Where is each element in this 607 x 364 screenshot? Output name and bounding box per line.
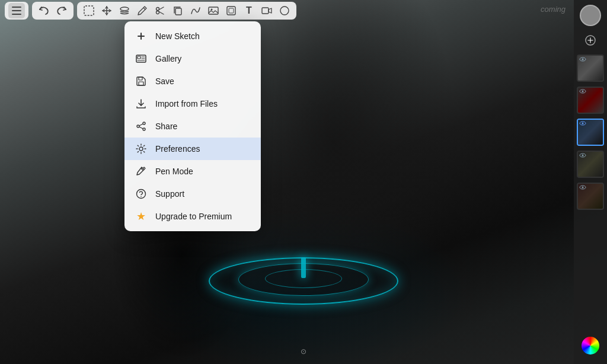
svg-point-35: [582, 59, 584, 60]
menu-item-save[interactable]: Save: [124, 70, 261, 92]
menu-item-preferences[interactable]: Preferences: [124, 138, 261, 160]
menu-item-preferences-label: Preferences: [155, 144, 200, 154]
svg-line-27: [139, 127, 143, 129]
svg-point-4: [120, 7, 129, 11]
svg-rect-7: [175, 8, 181, 15]
svg-point-25: [143, 128, 145, 130]
share-icon: [135, 120, 147, 132]
menu-item-new-sketch[interactable]: New Sketch: [124, 25, 261, 47]
menu-item-new-sketch-label: New Sketch: [155, 31, 200, 41]
text-tool-icon: T: [246, 5, 252, 16]
preferences-icon: [135, 143, 147, 155]
color-wheel[interactable]: [582, 337, 599, 355]
frame-tool-button[interactable]: [223, 3, 239, 18]
svg-line-26: [139, 124, 143, 126]
menu-item-import[interactable]: Import from Files: [124, 92, 261, 115]
video-tool-button[interactable]: [258, 3, 275, 18]
figure-silhouette: [301, 257, 306, 278]
svg-point-28: [139, 147, 143, 151]
import-icon: [135, 98, 147, 110]
menu-item-upgrade-label: Upgrade to Premium: [155, 212, 232, 221]
svg-point-37: [582, 91, 584, 92]
layer-eye-5: [579, 185, 586, 190]
layer-thumbnail-5[interactable]: [577, 183, 604, 210]
svg-rect-3: [84, 6, 94, 15]
menu-item-share-label: Share: [155, 122, 177, 131]
layer-thumbnail-4[interactable]: [577, 151, 604, 178]
svg-rect-17: [138, 56, 140, 59]
svg-point-9: [211, 9, 213, 11]
toolbar-section-history: [32, 2, 74, 20]
svg-rect-0: [12, 7, 21, 8]
hamburger-menu-button[interactable]: [8, 3, 25, 18]
svg-point-41: [582, 155, 584, 157]
svg-rect-10: [227, 7, 235, 15]
svg-rect-8: [209, 7, 218, 14]
copy-tool-button[interactable]: [170, 3, 186, 18]
menu-item-pen-mode[interactable]: Pen Mode: [124, 160, 261, 183]
star-icon: ★: [135, 210, 147, 222]
toolbar-section-menu: [5, 2, 28, 20]
image-tool-button[interactable]: [205, 3, 222, 18]
top-toolbar: T: [0, 0, 607, 21]
new-sketch-icon: [135, 30, 147, 42]
pencil-tool-button[interactable]: [134, 3, 151, 18]
canvas-background: [0, 0, 607, 364]
layer-thumbnail-2[interactable]: [577, 87, 604, 114]
svg-point-39: [582, 123, 584, 124]
menu-item-save-label: Save: [155, 76, 174, 86]
layer-eye-3: [579, 121, 586, 126]
svg-point-43: [582, 187, 584, 189]
support-icon: [135, 188, 147, 200]
svg-point-23: [143, 122, 145, 124]
svg-point-13: [280, 7, 289, 15]
svg-rect-21: [139, 82, 143, 85]
save-icon: [135, 75, 147, 87]
svg-rect-11: [229, 8, 234, 13]
select-tool-button[interactable]: [81, 3, 97, 18]
layer-thumbnail-1[interactable]: [577, 55, 604, 82]
menu-item-upgrade[interactable]: ★ Upgrade to Premium: [124, 205, 261, 228]
menu-item-share[interactable]: Share: [124, 115, 261, 138]
scissors-tool-button[interactable]: [152, 3, 168, 18]
layer-eye-1: [579, 57, 586, 62]
toolbar-section-tools: T: [77, 2, 296, 20]
menu-item-gallery[interactable]: Gallery: [124, 47, 261, 70]
layer-eye-4: [579, 153, 586, 158]
menu-item-pen-mode-label: Pen Mode: [155, 167, 193, 176]
dropdown-menu: New Sketch Gallery Save: [124, 21, 261, 231]
gallery-icon: [135, 53, 147, 65]
bottom-indicator: ⊙: [301, 347, 306, 356]
curve-tool-button[interactable]: [187, 3, 204, 18]
layer-tool-button[interactable]: [116, 3, 133, 18]
menu-item-support[interactable]: Support: [124, 183, 261, 205]
svg-rect-1: [12, 10, 21, 11]
undo-button[interactable]: [36, 3, 52, 18]
pen-mode-icon: [135, 165, 147, 177]
color-picker-circle[interactable]: [580, 5, 601, 26]
menu-item-gallery-label: Gallery: [155, 54, 181, 63]
move-tool-button[interactable]: [98, 3, 115, 18]
redo-button[interactable]: [53, 3, 70, 18]
shape-tool-button[interactable]: [276, 3, 293, 18]
menu-item-import-label: Import from Files: [155, 99, 218, 108]
text-tool-button[interactable]: T: [241, 3, 257, 18]
svg-rect-2: [12, 14, 21, 15]
svg-rect-22: [139, 77, 142, 80]
layer-eye-2: [579, 89, 586, 94]
menu-item-support-label: Support: [155, 189, 184, 199]
layer-thumbnail-3[interactable]: [577, 119, 604, 146]
svg-rect-12: [262, 8, 269, 14]
add-layer-button[interactable]: [580, 30, 601, 51]
svg-point-30: [140, 196, 142, 197]
right-panel: [574, 0, 607, 364]
svg-point-24: [137, 125, 139, 127]
